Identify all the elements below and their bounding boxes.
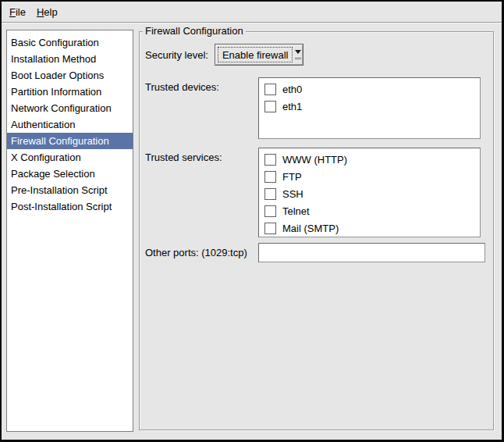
menu-mnemonic: H: [37, 6, 44, 18]
menubar: FileHelp: [2, 2, 502, 23]
checkbox-icon[interactable]: [264, 188, 276, 200]
trusted-device-eth0[interactable]: eth0: [259, 80, 480, 98]
checkbox-icon[interactable]: [264, 84, 276, 95]
trusted-service-mail-smtp[interactable]: Mail (SMTP): [259, 219, 480, 237]
sidebar-item-authentication[interactable]: Authentication: [7, 116, 133, 133]
checkbox-icon[interactable]: [264, 171, 276, 183]
checkbox-icon[interactable]: [264, 223, 276, 234]
trusted-devices-row: Trusted devices: eth0eth1: [145, 77, 481, 139]
security-level-label: Security level:: [145, 49, 208, 61]
arrow-down-glyph: [295, 50, 301, 54]
sidebar-item-network-configuration[interactable]: Network Configuration: [7, 100, 133, 116]
checkbox-icon[interactable]: [264, 154, 276, 166]
trusted-service-telnet[interactable]: Telnet: [259, 202, 480, 219]
checkbox-icon[interactable]: [264, 101, 276, 112]
sidebar-item-post-installation-script[interactable]: Post-Installation Script: [7, 198, 133, 215]
checkbox-label: eth0: [282, 84, 302, 95]
checkbox-label: WWW (HTTP): [282, 154, 347, 166]
sidebar-item-firewall-configuration[interactable]: Firewall Configuration: [7, 133, 133, 149]
sidebar-item-x-configuration[interactable]: X Configuration: [7, 149, 133, 166]
menu-mnemonic: F: [9, 6, 16, 18]
sidebar-item-partition-information[interactable]: Partition Information: [7, 84, 133, 100]
checkbox-label: Telnet: [282, 205, 310, 217]
trusted-devices-list: eth0eth1: [258, 77, 481, 139]
trusted-devices-label: Trusted devices:: [145, 77, 258, 93]
checkbox-icon[interactable]: [264, 205, 276, 217]
config-section-list: Basic ConfigurationInstallation MethodBo…: [6, 30, 133, 432]
other-ports-row: Other ports: (1029:tcp): [145, 243, 485, 262]
sidebar-item-boot-loader-options[interactable]: Boot Loader Options: [7, 67, 133, 84]
trusted-device-eth1[interactable]: eth1: [259, 98, 480, 115]
frame-title: Firewall Configuration: [143, 25, 246, 37]
checkbox-label: SSH: [282, 188, 303, 200]
sidebar-item-basic-configuration[interactable]: Basic Configuration: [7, 34, 133, 51]
trusted-services-list: WWW (HTTP)FTPSSHTelnetMail (SMTP): [258, 148, 481, 237]
trusted-service-ftp[interactable]: FTP: [259, 168, 480, 185]
checkbox-label: eth1: [282, 101, 302, 112]
trusted-services-row: Trusted services: WWW (HTTP)FTPSSHTelnet…: [145, 148, 481, 237]
sidebar-item-pre-installation-script[interactable]: Pre-Installation Script: [7, 182, 133, 198]
sidebar-item-package-selection[interactable]: Package Selection: [7, 166, 133, 182]
security-level-dropdown[interactable]: Enable firewall: [215, 44, 303, 66]
security-level-row: Security level: Enable firewall: [145, 44, 303, 66]
sidebar-item-installation-method[interactable]: Installation Method: [7, 51, 133, 67]
firewall-configuration-frame: Firewall Configuration Security level: E…: [139, 31, 494, 430]
trusted-services-label: Trusted services:: [145, 148, 258, 163]
other-ports-input[interactable]: [258, 243, 485, 262]
arrow-bar-glyph: [295, 56, 301, 59]
other-ports-label: Other ports: (1029:tcp): [145, 247, 258, 258]
checkbox-label: FTP: [282, 171, 302, 183]
security-level-value: Enable firewall: [218, 47, 293, 62]
menu-help[interactable]: Help: [31, 4, 63, 20]
checkbox-label: Mail (SMTP): [282, 223, 339, 234]
dropdown-arrow-icon: [293, 45, 302, 65]
trusted-service-www-http[interactable]: WWW (HTTP): [259, 151, 480, 168]
menu-file[interactable]: File: [4, 4, 31, 20]
trusted-service-ssh[interactable]: SSH: [259, 185, 480, 202]
kickstart-configurator-window: FileHelp Basic ConfigurationInstallation…: [0, 0, 504, 442]
